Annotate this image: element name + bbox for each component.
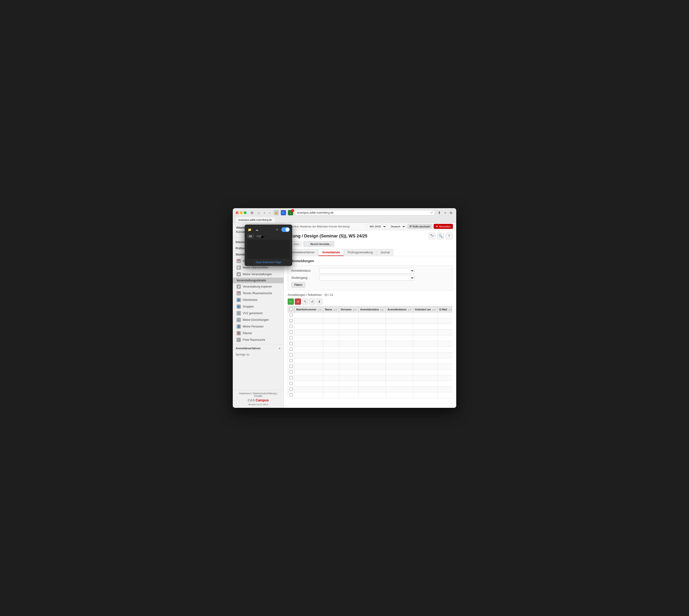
row-checkbox[interactable]	[289, 325, 293, 328]
row-checkbox[interactable]	[289, 388, 293, 391]
sidebar-item-raumwuensche[interactable]: 📆 Termin-/Raumwünsche	[233, 290, 284, 296]
row-checkbox[interactable]	[289, 353, 293, 356]
col-matrikelnummer[interactable]: Matrikelnummer ▲▼	[295, 306, 323, 312]
table-row[interactable]	[288, 358, 453, 364]
browser-tab-active[interactable]: ecampus.adbk-nuernberg.de	[236, 217, 275, 222]
language-select[interactable]: Deutsch	[388, 224, 406, 229]
extension-toggle[interactable]	[281, 227, 290, 232]
share-icon[interactable]: ⬆	[437, 210, 442, 215]
sidebar-item-personen[interactable]: 👤 Meine Personen	[233, 323, 284, 330]
filter-studiengang-select[interactable]	[319, 275, 414, 281]
open-extension-page-link[interactable]: Open Extension Page	[256, 261, 281, 264]
col-anmeldedatum[interactable]: Anmeldedatum ▲▼	[386, 306, 413, 312]
table-row[interactable]	[288, 392, 453, 398]
table-row[interactable]	[288, 312, 453, 318]
row-checkbox[interactable]	[289, 365, 293, 368]
sidebar-item-vvz[interactable]: ⚙️ VVZ generieren	[233, 310, 284, 316]
tab-journal[interactable]: Journal	[377, 249, 393, 256]
sidebar-item-raeume[interactable]: 🚪 Räume	[233, 330, 284, 336]
table-row[interactable]	[288, 352, 453, 358]
refresh-icon[interactable]: ↺	[430, 211, 433, 214]
maximize-button[interactable]	[244, 211, 246, 214]
checkbox-header[interactable]	[288, 306, 295, 312]
close-button[interactable]	[236, 211, 238, 214]
search-icon: 🔍	[237, 338, 241, 342]
row-checkbox[interactable]	[289, 348, 293, 351]
sidebar-toggle-icon[interactable]: ⊞	[250, 210, 255, 215]
new-tab-icon[interactable]: +	[443, 210, 448, 215]
minimize-button[interactable]	[240, 211, 242, 214]
delete-button[interactable]: ✕	[295, 299, 301, 305]
select-all-checkbox[interactable]	[289, 308, 293, 311]
binoculars-icon[interactable]: 🔭	[429, 233, 435, 239]
tab-pruefungsverwaltung[interactable]: Prüfungsverwaltung	[344, 249, 376, 256]
row-checkbox[interactable]	[289, 376, 293, 379]
add-button[interactable]: +	[288, 299, 294, 305]
export-button[interactable]: ⬇	[316, 299, 322, 305]
help-icon[interactable]: ?	[446, 233, 452, 239]
home-icon[interactable]: ⌂	[257, 210, 261, 215]
sidebar-item-gruppen[interactable]: 👥 Gruppen	[233, 303, 284, 310]
sidebar-item-raumsuche[interactable]: 🔍 Freie Raumsuche	[233, 336, 284, 343]
refresh-button[interactable]: ↺	[309, 299, 315, 305]
zoom-icon[interactable]: 🔍	[437, 233, 444, 239]
col-geaendert[interactable]: Geändert am ▲▼	[413, 306, 438, 312]
table-row[interactable]	[288, 324, 453, 330]
footer-kontakt[interactable]: Kontakt	[254, 395, 262, 397]
upload-icon[interactable]: ☁	[254, 227, 259, 232]
table-row[interactable]	[288, 387, 453, 392]
table-cell	[339, 370, 358, 375]
col-anmeldestatus[interactable]: Anmeldestatus ▲▼	[358, 306, 386, 312]
folder-icon[interactable]: 📁	[247, 227, 252, 232]
row-checkbox[interactable]	[289, 336, 293, 339]
table-row[interactable]	[288, 341, 453, 347]
table-row[interactable]	[288, 335, 453, 341]
table-row[interactable]	[288, 347, 453, 352]
semester-select[interactable]: WS 24/25	[367, 224, 387, 229]
table-row[interactable]	[288, 370, 453, 375]
table-cell	[413, 341, 438, 347]
table-row[interactable]	[288, 364, 453, 370]
filter-button[interactable]: Filtern	[291, 282, 305, 288]
row-checkbox[interactable]	[289, 319, 293, 322]
col-vorname[interactable]: Vorname ▲▼	[339, 306, 358, 312]
row-checkbox[interactable]	[289, 371, 293, 374]
sidebar-item-kopieren[interactable]: 📋 Veranstaltung kopieren	[233, 283, 284, 290]
edit-button[interactable]: ✎	[302, 299, 308, 305]
footer-impressum[interactable]: Impressum	[239, 392, 251, 395]
table-row[interactable]	[288, 318, 453, 324]
table-row[interactable]	[288, 375, 453, 381]
table-row[interactable]	[288, 381, 453, 387]
forward-icon[interactable]: ›	[268, 210, 272, 215]
col-email[interactable]: E-Mail ▲▼	[438, 306, 452, 312]
logout-button[interactable]: ⊗ Abmelden	[434, 224, 453, 229]
address-bar[interactable]: ecampus.adbk-nuernberg.de ↺	[295, 210, 435, 215]
sidebar-item-veranstaltungsdetails[interactable]: Veranstaltungsdetails	[233, 278, 284, 283]
sidebar-section-anmeldeverfahren[interactable]: Anmeldeverfahren ▼	[233, 345, 284, 351]
row-checkbox[interactable]	[289, 393, 293, 396]
table-cell	[358, 387, 386, 392]
sidebar-item-hoererkreise[interactable]: 👥 Hörerkreise	[233, 296, 284, 303]
tab-anmeldeliste[interactable]: Anmeldeliste	[319, 249, 344, 256]
extension-icon-active[interactable]: ↓ 1	[288, 210, 293, 215]
ext-tab-all[interactable]: All	[247, 234, 254, 238]
back-icon[interactable]: ‹	[263, 210, 266, 215]
col-name[interactable]: Name ▲▼	[323, 306, 339, 312]
row-checkbox[interactable]	[289, 382, 293, 385]
extensions-icon[interactable]: ⧉	[449, 210, 453, 215]
filter-status-select[interactable]	[319, 268, 414, 273]
row-checkbox[interactable]	[289, 331, 293, 334]
row-checkbox[interactable]	[289, 313, 293, 316]
ext-tab-css[interactable]: CSS	[255, 234, 264, 238]
row-checkbox[interactable]	[289, 342, 293, 345]
role-switch-button[interactable]: ⇄ Rolle wechseln	[407, 224, 432, 229]
reload-icon[interactable]: ↺	[274, 227, 279, 232]
footer-datenschutz[interactable]: Datenschutzerklärung	[253, 392, 276, 395]
sidebar-item-einrichtungen[interactable]: 🏛️ Meine Einrichtungen	[233, 316, 284, 323]
row-checkbox[interactable]	[289, 359, 293, 362]
tab-anmeldeverfahren[interactable]: Anmeldeverfahren	[288, 249, 318, 256]
extension-icon-blue[interactable]: 🔷	[281, 210, 286, 215]
action-btn-bericht[interactable]: 📄 Bericht Anmelde...	[303, 241, 334, 247]
sidebar-item-veranstaltungen[interactable]: 📋 Meine Veranstaltungen	[233, 271, 284, 278]
table-row[interactable]	[288, 330, 453, 335]
